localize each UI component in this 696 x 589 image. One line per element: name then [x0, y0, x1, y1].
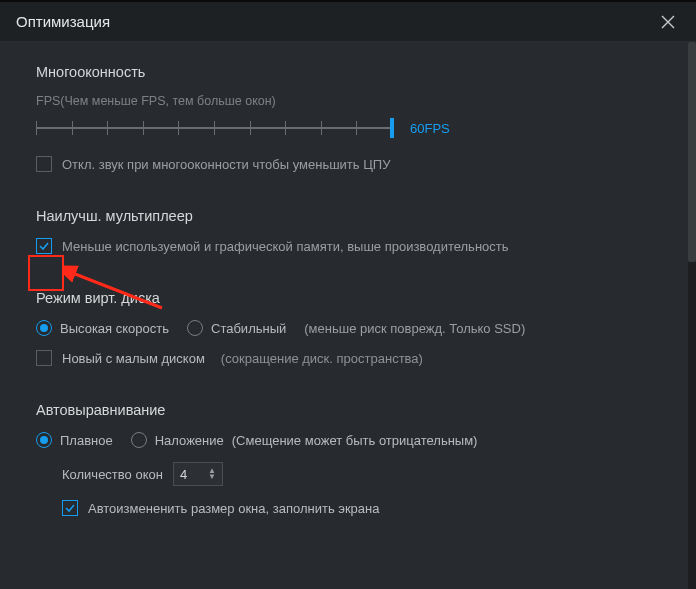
slider-tick: [356, 121, 357, 135]
slider-handle[interactable]: [390, 118, 394, 138]
slider-tick: [107, 121, 108, 135]
align-smooth-radio[interactable]: [36, 432, 52, 448]
section-best-multiplayer: Наилучш. мультиплеер Меньше используемой…: [0, 182, 688, 254]
window-count-input[interactable]: 4 ▲▼: [173, 462, 223, 486]
slider-tick: [321, 121, 322, 135]
multiwindow-title: Многооконность: [36, 64, 652, 80]
mute-sound-label: Откл. звук при многооконности чтобы умен…: [62, 157, 390, 172]
fps-slider[interactable]: [36, 118, 392, 138]
scrollbar-thumb[interactable]: [688, 42, 696, 262]
window-count-value: 4: [180, 467, 187, 482]
section-align: Автовыравнивание Плавное Наложение(Смеще…: [0, 376, 688, 516]
slider-tick: [250, 121, 251, 135]
align-overlay-note: (Смещение может быть отрицательным): [232, 433, 478, 448]
align-overlay-radio[interactable]: [131, 432, 147, 448]
vdisk-title: Режим вирт. диска: [36, 290, 652, 306]
vdisk-fast-label: Высокая скорость: [60, 321, 169, 336]
close-icon[interactable]: [656, 10, 680, 34]
vdisk-stable-label: Стабильный: [211, 321, 286, 336]
best-mp-checkbox[interactable]: [36, 238, 52, 254]
section-multiwindow: Многооконность FPS(Чем меньше FPS, тем б…: [0, 42, 688, 172]
vdisk-newsmall-checkbox[interactable]: [36, 350, 52, 366]
align-overlay-label: Наложение: [155, 433, 224, 448]
slider-tick: [36, 121, 37, 135]
mute-sound-checkbox[interactable]: [36, 156, 52, 172]
stepper-icon[interactable]: ▲▼: [208, 468, 216, 480]
window-count-label: Количество окон: [62, 467, 163, 482]
fps-hint: FPS(Чем меньше FPS, тем больше окон): [36, 94, 652, 108]
slider-tick: [143, 121, 144, 135]
vdisk-newsmall-note: (сокращение диск. пространства): [221, 351, 423, 366]
vdisk-newsmall-label: Новый с малым диском: [62, 351, 205, 366]
fps-value: 60FPS: [410, 121, 450, 136]
section-vdisk: Режим вирт. диска Высокая скорость Стаби…: [0, 264, 688, 366]
align-title: Автовыравнивание: [36, 402, 652, 418]
vdisk-fast-radio[interactable]: [36, 320, 52, 336]
scrollbar-track[interactable]: [688, 42, 696, 589]
slider-tick: [214, 121, 215, 135]
vdisk-stable-note: (меньше риск поврежд. Только SSD): [304, 321, 525, 336]
window-title: Оптимизация: [16, 13, 110, 30]
slider-tick: [178, 121, 179, 135]
align-smooth-label: Плавное: [60, 433, 113, 448]
best-mp-title: Наилучш. мультиплеер: [36, 208, 652, 224]
titlebar: Оптимизация: [0, 0, 696, 42]
vdisk-stable-radio[interactable]: [187, 320, 203, 336]
autosize-label: Автоизмененить размер окна, заполнить эк…: [88, 501, 379, 516]
content-area: Многооконность FPS(Чем меньше FPS, тем б…: [0, 42, 688, 589]
slider-tick: [285, 121, 286, 135]
best-mp-label: Меньше используемой и графической памяти…: [62, 239, 509, 254]
slider-tick: [72, 121, 73, 135]
autosize-checkbox[interactable]: [62, 500, 78, 516]
